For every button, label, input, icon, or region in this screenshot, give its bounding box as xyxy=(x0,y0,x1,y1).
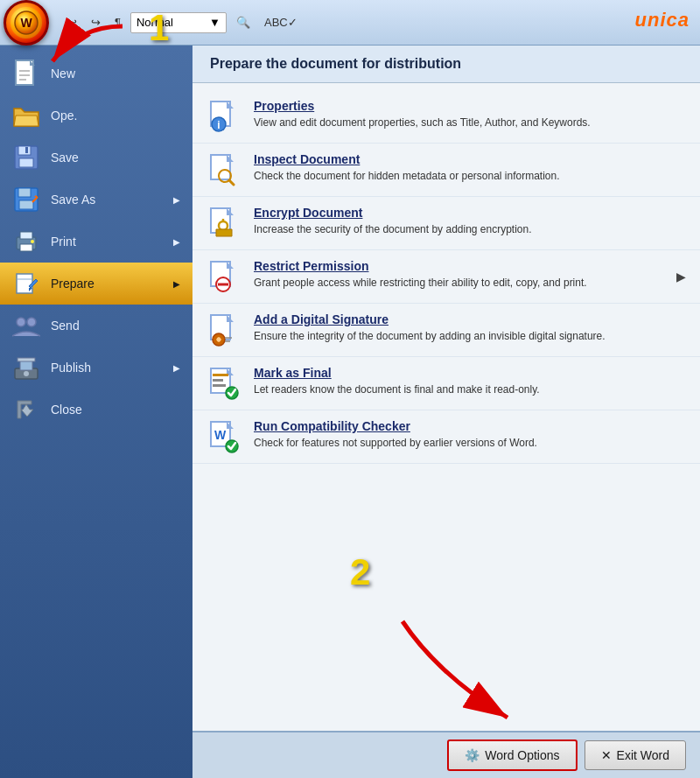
svg-rect-20 xyxy=(17,274,32,293)
pilcrow-button[interactable]: ¶ xyxy=(110,13,125,32)
sidebar-item-save-as[interactable]: Save As ▶ xyxy=(0,179,192,221)
svg-rect-17 xyxy=(20,232,32,239)
panel-header: Prepare the document for distribution xyxy=(192,46,700,83)
open-icon xyxy=(12,102,40,130)
word-options-label: Word Options xyxy=(485,748,559,762)
restrict-arrow-icon: ▶ xyxy=(676,270,686,284)
word-options-button[interactable]: ⚙️ Word Options xyxy=(447,739,577,771)
prepare-label: Prepare xyxy=(51,277,94,291)
office-button[interactable]: W xyxy=(4,0,49,46)
new-label: New xyxy=(51,67,75,81)
properties-text: Properties View and edit document proper… xyxy=(254,99,686,130)
panel-title: Prepare the document for distribution xyxy=(210,56,682,72)
inspect-icon xyxy=(206,152,242,187)
word-options-icon: ⚙️ xyxy=(465,748,480,762)
sidebar-item-prepare[interactable]: Prepare ▶ xyxy=(0,263,192,305)
publish-arrow-icon: ▶ xyxy=(173,363,180,373)
svg-point-24 xyxy=(27,318,36,326)
sidebar-item-send[interactable]: Send xyxy=(0,305,192,347)
svg-rect-52 xyxy=(213,374,228,376)
sidebar-item-new[interactable]: New xyxy=(0,53,192,95)
toolbar: W ↩ ↪ ¶ Normal ▼ 🔍 ABC✓ unica xyxy=(0,0,700,46)
list-item[interactable]: Inspect Document Check the document for … xyxy=(192,144,700,197)
encrypt-text: Encrypt Document Increase the security o… xyxy=(254,206,686,237)
properties-title: Properties xyxy=(254,99,686,113)
main-area: New Ope. Save xyxy=(0,46,700,778)
svg-point-19 xyxy=(31,240,34,243)
svg-rect-10 xyxy=(25,147,28,153)
save-as-label: Save As xyxy=(51,193,95,207)
toolbar-controls: ↩ ↪ ¶ Normal ▼ 🔍 ABC✓ xyxy=(63,12,302,33)
svg-rect-8 xyxy=(18,146,31,155)
prepare-panel: Prepare the document for distribution i … xyxy=(192,46,700,778)
style-label: Normal xyxy=(136,16,173,29)
office-menu-sidebar: New Ope. Save xyxy=(0,46,192,778)
exit-word-label: Exit Word xyxy=(617,748,669,762)
spellcheck-button[interactable]: ABC✓ xyxy=(260,13,302,32)
sidebar-item-publish[interactable]: Publish ▶ xyxy=(0,347,192,389)
svg-point-28 xyxy=(24,371,29,376)
prepare-arrow-icon: ▶ xyxy=(173,279,180,289)
list-item[interactable]: Mark as Final Let readers know the docum… xyxy=(192,357,700,410)
restrict-title: Restrict Permission xyxy=(254,259,664,273)
compat-title: Run Compatibility Checker xyxy=(254,419,686,433)
prepare-items-list: i Properties View and edit document prop… xyxy=(192,83,700,731)
properties-desc: View and edit document properties, such … xyxy=(254,116,686,130)
svg-text:W: W xyxy=(20,16,32,30)
list-item[interactable]: Encrypt Document Increase the security o… xyxy=(192,197,700,250)
signature-desc: Ensure the integrity of the document by … xyxy=(254,329,686,344)
list-item[interactable]: W Run Compatibility Checker Check for fe… xyxy=(192,410,700,464)
svg-rect-9 xyxy=(19,158,33,167)
send-icon xyxy=(12,312,40,340)
final-desc: Let readers know the document is final a… xyxy=(254,382,686,397)
exit-word-button[interactable]: ✕ Exit Word xyxy=(584,740,686,770)
inspect-text: Inspect Document Check the document for … xyxy=(254,152,686,184)
svg-rect-13 xyxy=(19,200,33,209)
final-title: Mark as Final xyxy=(254,366,686,380)
svg-point-23 xyxy=(17,318,25,326)
print-arrow-icon: ▶ xyxy=(173,237,180,247)
svg-text:i: i xyxy=(217,119,220,131)
compat-desc: Check for features not supported by earl… xyxy=(254,436,686,451)
close-label: Close xyxy=(51,403,82,417)
save-as-arrow-icon: ▶ xyxy=(173,195,180,205)
save-icon xyxy=(12,144,40,172)
sidebar-item-open[interactable]: Ope. xyxy=(0,95,192,137)
svg-rect-53 xyxy=(213,379,223,382)
sidebar-item-save[interactable]: Save xyxy=(0,137,192,179)
sidebar-item-close[interactable]: Close xyxy=(0,389,192,431)
print-label: Print xyxy=(51,235,76,249)
encrypt-title: Encrypt Document xyxy=(254,206,686,220)
redo-button[interactable]: ↪ xyxy=(87,13,105,32)
signature-icon xyxy=(206,312,242,347)
dropdown-arrow-icon: ▼ xyxy=(209,16,220,29)
properties-icon: i xyxy=(206,99,242,134)
svg-line-36 xyxy=(229,180,234,185)
sidebar-item-print[interactable]: Print ▶ xyxy=(0,221,192,263)
publish-icon xyxy=(12,354,40,382)
list-item[interactable]: Restrict Permission Grant people access … xyxy=(192,250,700,304)
encrypt-icon xyxy=(206,206,242,241)
svg-rect-12 xyxy=(18,188,31,197)
exit-icon: ✕ xyxy=(601,748,612,762)
signature-title: Add a Digital Signature xyxy=(254,312,686,326)
restrict-text: Restrict Permission Grant people access … xyxy=(254,259,664,291)
save-label: Save xyxy=(51,151,79,165)
final-icon xyxy=(206,366,242,401)
list-item[interactable]: i Properties View and edit document prop… xyxy=(192,90,700,144)
unica-logo: unica xyxy=(635,9,690,32)
style-dropdown[interactable]: Normal ▼ xyxy=(130,12,227,33)
svg-text:W: W xyxy=(214,428,227,442)
inspect-desc: Check the document for hidden metadata o… xyxy=(254,169,686,184)
office-logo: W xyxy=(10,7,42,39)
restrict-icon xyxy=(206,259,242,294)
bottom-bar: ⚙️ Word Options ✕ Exit Word xyxy=(192,731,700,778)
zoom-button[interactable]: 🔍 xyxy=(232,13,255,32)
logo-text: unica xyxy=(635,9,690,31)
undo-button[interactable]: ↩ xyxy=(63,13,81,32)
list-item[interactable]: Add a Digital Signature Ensure the integ… xyxy=(192,304,700,357)
svg-rect-18 xyxy=(20,244,32,251)
restrict-desc: Grant people access while restricting th… xyxy=(254,276,664,291)
svg-rect-27 xyxy=(18,358,35,361)
send-label: Send xyxy=(51,319,80,333)
